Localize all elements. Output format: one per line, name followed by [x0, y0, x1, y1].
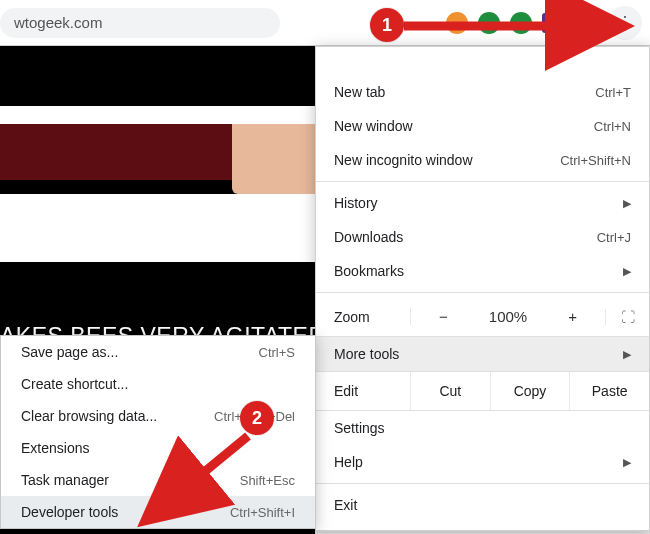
- chevron-right-icon: ▶: [623, 197, 631, 210]
- paste-button[interactable]: Paste: [569, 372, 649, 410]
- chevron-right-icon: ▶: [623, 456, 631, 469]
- menu-item-more-tools[interactable]: More tools ▶: [316, 337, 649, 371]
- chrome-menu-button[interactable]: ⋮: [608, 6, 642, 40]
- url-text: wtogeek.com: [14, 14, 102, 31]
- menu-item-history[interactable]: History ▶: [316, 186, 649, 220]
- copy-button[interactable]: Copy: [490, 372, 570, 410]
- zoom-out-button[interactable]: −: [410, 308, 476, 325]
- menu-item-bookmarks[interactable]: Bookmarks ▶: [316, 254, 649, 288]
- zoom-in-button[interactable]: +: [540, 308, 605, 325]
- more-tools-submenu: Save page as... Ctrl+S Create shortcut..…: [0, 335, 316, 529]
- chrome-main-menu: New tab Ctrl+T New window Ctrl+N New inc…: [315, 46, 650, 531]
- zoom-value: 100%: [476, 308, 541, 325]
- menu-item-incognito[interactable]: New incognito window Ctrl+Shift+N: [316, 143, 649, 177]
- extension-icon[interactable]: [478, 12, 500, 34]
- browser-toolbar: wtogeek.com 8 ⋮: [0, 0, 650, 46]
- extension-icon[interactable]: [510, 12, 532, 34]
- menu-item-exit[interactable]: Exit: [316, 488, 649, 522]
- menu-item-settings[interactable]: Settings: [316, 411, 649, 445]
- profile-avatar[interactable]: [572, 10, 598, 36]
- menu-item-zoom: Zoom − 100% + ⛶: [316, 297, 649, 337]
- menu-item-downloads[interactable]: Downloads Ctrl+J: [316, 220, 649, 254]
- submenu-item-extensions[interactable]: Extensions: [1, 432, 315, 464]
- menu-item-help[interactable]: Help ▶: [316, 445, 649, 479]
- address-bar[interactable]: wtogeek.com: [0, 8, 280, 38]
- fullscreen-icon[interactable]: ⛶: [605, 309, 649, 325]
- chevron-right-icon: ▶: [623, 265, 631, 278]
- menu-item-new-window[interactable]: New window Ctrl+N: [316, 109, 649, 143]
- chevron-right-icon: ▶: [623, 348, 631, 361]
- submenu-item-task-manager[interactable]: Task manager Shift+Esc: [1, 464, 315, 496]
- extension-icon[interactable]: [446, 12, 468, 34]
- menu-item-edit: Edit Cut Copy Paste: [316, 371, 649, 411]
- cut-button[interactable]: Cut: [410, 372, 490, 410]
- extension-badge-icon[interactable]: 8: [542, 13, 562, 33]
- menu-item-new-tab[interactable]: New tab Ctrl+T: [316, 75, 649, 109]
- annotation-step-1: 1: [370, 8, 404, 42]
- submenu-item-save-page[interactable]: Save page as... Ctrl+S: [1, 336, 315, 368]
- extension-icons: 8 ⋮: [446, 6, 650, 40]
- submenu-item-create-shortcut[interactable]: Create shortcut...: [1, 368, 315, 400]
- submenu-item-developer-tools[interactable]: Developer tools Ctrl+Shift+I: [1, 496, 315, 528]
- annotation-step-2: 2: [240, 401, 274, 435]
